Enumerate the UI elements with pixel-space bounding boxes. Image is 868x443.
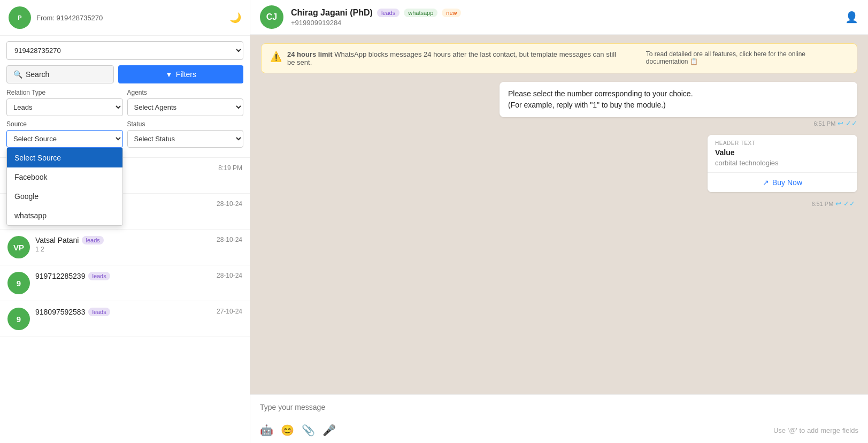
avatar: VP [7, 236, 30, 258]
status-select[interactable]: Select Status [127, 130, 244, 148]
contact-name: Vatsal Patani [35, 236, 79, 245]
agents-select[interactable]: Select Agents [127, 98, 244, 116]
filter-row-1: Relation Type Leads Contacts Agents Sele… [6, 89, 243, 116]
search-icon: 🔍 [13, 70, 22, 79]
contact-info: 918097592583 leads [35, 308, 211, 316]
contact-time: 28-10-24 [217, 200, 242, 208]
source-dropdown-options: Select Source Facebook Google whatsapp [6, 148, 123, 226]
from-number: From: 919428735270 [36, 14, 229, 22]
source-option-select[interactable]: Select Source [7, 148, 122, 167]
contact-info: 919712285239 leads [35, 272, 211, 280]
dark-mode-icon[interactable]: 🌙 [229, 12, 241, 24]
buy-now-button[interactable]: ↗ Buy Now [708, 172, 857, 192]
bubble-time-row: 6:51 PM ↩ ✓✓ [500, 119, 857, 127]
phone-select[interactable]: 919428735270 [6, 41, 243, 60]
contact-name: 918097592583 [35, 308, 85, 316]
contact-name: 919712285239 [35, 272, 85, 280]
contact-name-row: 918097592583 leads [35, 308, 211, 316]
source-select[interactable]: Select Source Facebook Google whatsapp [6, 130, 123, 148]
merge-hint: Use '@' to add merge fields [773, 426, 858, 434]
attachment-icon[interactable]: 📎 [302, 424, 315, 437]
sidebar-header: P From: 919428735270 🌙 [0, 0, 250, 36]
template-card: Header Text Value corbital technologies … [708, 135, 857, 192]
filter-icon: ▼ [165, 70, 173, 79]
warning-bold: 24 hours limit [287, 50, 333, 58]
sidebar-actions: 🔍 Search ▼ Filters [6, 65, 243, 83]
bot-icon[interactable]: 🤖 [260, 424, 273, 437]
tag-leads: leads [377, 9, 400, 17]
warning-text: 24 hours limit WhatsApp blocks messages … [287, 50, 616, 66]
template-company: corbital technologies [708, 159, 857, 172]
filter-row-2: Source Select Source Facebook Google wha… [6, 120, 243, 148]
phone-select-container: 919428735270 [6, 41, 243, 60]
message-time: 6:51 PM [813, 120, 835, 127]
chat-area: CJ Chirag Jagani (PhD) leads whatsapp ne… [250, 0, 868, 443]
app-logo: P [9, 6, 31, 29]
template-card-container: Header Text Value corbital technologies … [697, 135, 857, 211]
avatar: 9 [7, 308, 30, 330]
warning-side: To read detailed ore all features, click… [646, 50, 848, 65]
template-header-value: Value [708, 147, 857, 159]
source-label: Source [6, 120, 123, 128]
relation-type-group: Relation Type Leads Contacts [6, 89, 123, 116]
contact-tag: leads [88, 308, 110, 316]
message-line: (For example, reply with "1" to buy the … [508, 100, 849, 111]
contact-time: 28-10-24 [217, 272, 242, 279]
filter-button[interactable]: ▼ Filters [118, 65, 243, 83]
source-option-whatsapp[interactable]: whatsapp [7, 206, 122, 225]
filter-section: Relation Type Leads Contacts Agents Sele… [0, 89, 250, 157]
agents-group: Agents Select Agents [127, 89, 244, 116]
chat-avatar: CJ [260, 5, 283, 29]
tag-whatsapp: whatsapp [404, 9, 437, 17]
warning-icon: ⚠️ [270, 51, 282, 63]
source-option-google[interactable]: Google [7, 187, 122, 206]
message-input[interactable] [260, 403, 858, 411]
message-bubble-incoming: Please select the number corresponding t… [500, 82, 857, 127]
template-header-label: Header Text [708, 135, 857, 147]
source-option-facebook[interactable]: Facebook [7, 167, 122, 187]
contact-time: 8:19 PM [218, 164, 242, 172]
tag-new: new [442, 9, 461, 17]
bubble-content: Please select the number corresponding t… [500, 82, 857, 117]
contact-item[interactable]: 9 918097592583 leads 27-10-24 [0, 301, 250, 337]
warning-bar: ⚠️ 24 hours limit WhatsApp blocks messag… [261, 43, 857, 73]
source-group: Source Select Source Facebook Google wha… [6, 120, 123, 148]
contact-item[interactable]: VP Vatsal Patani leads 1 2 28-10-24 [0, 230, 250, 265]
sidebar: P From: 919428735270 🌙 919428735270 🔍 Se… [0, 0, 250, 443]
agents-label: Agents [127, 89, 244, 96]
status-label: Status [127, 120, 244, 128]
mic-icon[interactable]: 🎤 [322, 424, 336, 437]
chat-toolbar: 🤖 😊 📎 🎤 Use '@' to add merge fields [250, 419, 868, 443]
relation-type-select[interactable]: Leads Contacts [6, 98, 123, 116]
contact-info: Vatsal Patani leads 1 2 [35, 236, 211, 253]
warning-content: 24 hours limit WhatsApp blocks messages … [287, 50, 625, 66]
template-ticks: ↩ ✓✓ [835, 200, 855, 208]
template-time-row: 6:51 PM ↩ ✓✓ [697, 200, 857, 211]
user-icon[interactable]: 👤 [845, 11, 858, 24]
contact-name-row: 919712285239 leads [35, 272, 211, 280]
chat-phone: +919909919284 [291, 19, 838, 27]
emoji-icon[interactable]: 😊 [281, 424, 294, 437]
chat-contact-name: Chirag Jagani (PhD) leads whatsapp new [291, 8, 838, 18]
contact-time: 28-10-24 [217, 236, 242, 243]
status-group: Status Select Status [127, 120, 244, 148]
contact-item[interactable]: 9 919712285239 leads 28-10-24 [0, 265, 250, 301]
contact-sub: 1 2 [35, 246, 211, 253]
relation-type-label: Relation Type [6, 89, 123, 96]
chat-header-info: Chirag Jagani (PhD) leads whatsapp new +… [291, 8, 838, 27]
share-icon: ↗ [763, 178, 769, 187]
search-button[interactable]: 🔍 Search [6, 65, 114, 83]
double-tick-icon: ↩ ✓✓ [838, 119, 857, 127]
chat-header: CJ Chirag Jagani (PhD) leads whatsapp ne… [250, 0, 868, 35]
contact-tag: leads [88, 272, 110, 280]
contact-tag: leads [82, 236, 103, 245]
chat-input-area: 🤖 😊 📎 🎤 Use '@' to add merge fields [250, 394, 868, 443]
contact-name-row: Vatsal Patani leads [35, 236, 211, 245]
chat-messages: ⚠️ 24 hours limit WhatsApp blocks messag… [250, 35, 868, 394]
contact-time: 27-10-24 [217, 308, 242, 315]
avatar: 9 [7, 272, 30, 294]
message-line: Please select the number corresponding t… [508, 88, 849, 100]
chat-input-box [250, 395, 868, 419]
template-time: 6:51 PM [811, 201, 833, 207]
